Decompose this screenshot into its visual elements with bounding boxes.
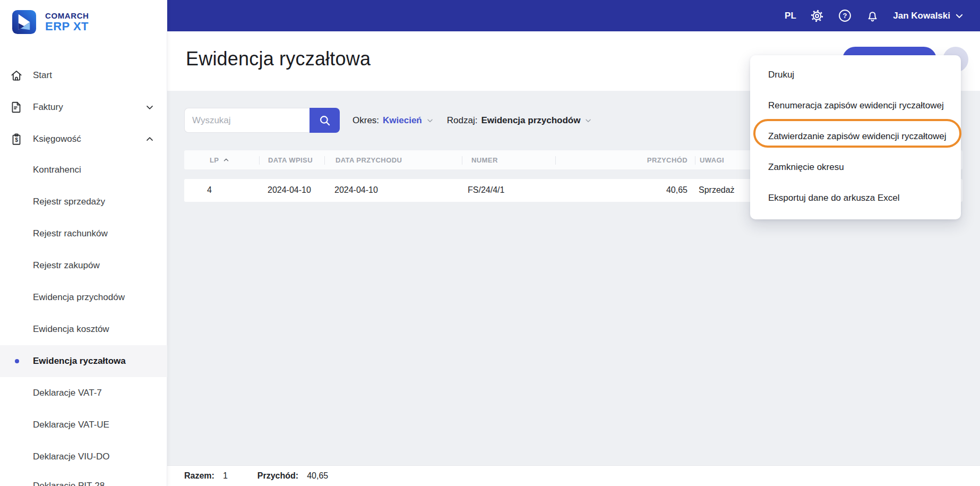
column-divider [324, 156, 325, 165]
menu-item-zamkniecie-okresu[interactable]: Zamknięcie okresu [750, 152, 961, 183]
active-item-bullet [15, 359, 19, 363]
filter-bar: Okres: Kwiecień Rodzaj: Ewidencja przych… [184, 108, 592, 133]
column-divider [462, 156, 462, 165]
help-icon[interactable]: ? [838, 9, 852, 23]
gear-icon[interactable] [810, 9, 824, 23]
sidebar: COMARCH ERP XT Start Faktury [0, 0, 167, 486]
sidebar-item-deklaracje-vat7[interactable]: Deklaracje VAT-7 [0, 377, 167, 409]
cell-data-wpisu: 2024-04-10 [268, 185, 311, 195]
sidebar-item-kontrahenci[interactable]: Kontrahenci [0, 154, 167, 186]
accounting-icon: $ [10, 132, 23, 146]
column-lp[interactable]: LP [210, 156, 219, 164]
sort-ascending-icon [222, 156, 230, 164]
svg-text:$: $ [15, 137, 18, 143]
context-menu: Drukuj Renumeracja zapisów ewidencji ryc… [750, 55, 961, 219]
total-value: 1 [223, 471, 228, 481]
sidebar-item-deklaracje-viudo[interactable]: Deklaracje VIU-DO [0, 441, 167, 473]
logo-text: COMARCH ERP XT [45, 12, 89, 32]
column-data-wpisu[interactable]: DATA WPISU [268, 156, 313, 164]
column-divider [555, 156, 556, 165]
search-input[interactable] [184, 108, 310, 133]
sidebar-item-rejestr-rachunkow[interactable]: Rejestr rachunków [0, 218, 167, 250]
cell-uwagi: Sprzedaż [699, 185, 735, 195]
income-label: Przychód: [257, 471, 298, 481]
svg-text:?: ? [843, 12, 847, 20]
sidebar-item-deklaracje-vatue[interactable]: Deklaracje VAT-UE [0, 409, 167, 441]
invoice-icon [10, 100, 23, 114]
chevron-down-icon [584, 116, 592, 125]
type-value: Ewidencja przychodów [481, 115, 580, 126]
cell-przychod: 40,65 [666, 185, 687, 195]
search-icon [318, 114, 332, 127]
column-data-przychodu[interactable]: DATA PRZYCHODU [336, 156, 402, 164]
column-uwagi[interactable]: UWAGI [700, 156, 724, 164]
bell-icon[interactable] [865, 9, 879, 23]
cell-numer: FS/24/4/1 [468, 185, 504, 195]
chevron-down-icon [426, 116, 434, 125]
app-window: PL ? Jan Kowa [0, 0, 980, 486]
page-title: Ewidencja ryczałtowa [186, 48, 371, 70]
sidebar-item-ksiegowosc[interactable]: $ Księgowość [0, 123, 167, 155]
home-icon [10, 69, 23, 82]
topbar-actions: PL ? Jan Kowa [785, 9, 964, 23]
period-value: Kwiecień [383, 115, 422, 126]
chevron-down-icon [144, 102, 155, 113]
type-filter[interactable]: Rodzaj: Ewidencja przychodów [447, 115, 593, 126]
income-value: 40,65 [307, 471, 328, 481]
column-divider [259, 156, 260, 165]
column-divider [695, 156, 695, 165]
chevron-down-icon [955, 11, 964, 21]
sidebar-item-ewidencja-przychodow[interactable]: Ewidencja przychodów [0, 282, 167, 313]
menu-item-drukuj[interactable]: Drukuj [750, 59, 961, 90]
column-przychod[interactable]: PRZYCHÓD [647, 156, 687, 164]
sidebar-item-ewidencja-ryczaltowa[interactable]: Ewidencja ryczałtowa [0, 345, 167, 377]
sidebar-item-rejestr-zakupow[interactable]: Rejestr zakupów [0, 250, 167, 282]
sidebar-item-faktury[interactable]: Faktury [0, 91, 167, 123]
sidebar-item-start[interactable]: Start [0, 59, 167, 91]
menu-item-eksportuj-excel[interactable]: Eksportuj dane do arkusza Excel [750, 183, 961, 214]
user-menu[interactable]: Jan Kowalski [893, 11, 964, 21]
menu-item-zatwierdzanie[interactable]: Zatwierdzanie zapisów ewidencji ryczałto… [750, 121, 961, 152]
logo-icon [12, 10, 37, 35]
period-filter[interactable]: Okres: Kwiecień [353, 115, 434, 126]
comarch-logo[interactable]: COMARCH ERP XT [12, 10, 89, 35]
column-numer[interactable]: NUMER [471, 156, 498, 164]
cell-lp: 4 [207, 185, 212, 195]
sidebar-item-deklaracje-pit28[interactable]: Deklaracje PIT-28 [0, 470, 167, 486]
chevron-up-icon [144, 134, 155, 144]
language-switcher[interactable]: PL [785, 11, 796, 21]
sidebar-item-rejestr-sprzedazy[interactable]: Rejestr sprzedaży [0, 186, 167, 218]
menu-item-renumeracja[interactable]: Renumeracja zapisów ewidencji ryczałtowe… [750, 90, 961, 121]
user-name: Jan Kowalski [893, 11, 950, 21]
sidebar-item-ewidencja-kosztow[interactable]: Ewidencja kosztów [0, 313, 167, 345]
cell-data-przychodu: 2024-04-10 [334, 185, 378, 195]
summary-bar: Razem: 1 Przychód: 40,65 [167, 465, 980, 486]
total-label: Razem: [184, 471, 214, 481]
search-button[interactable] [310, 108, 340, 133]
